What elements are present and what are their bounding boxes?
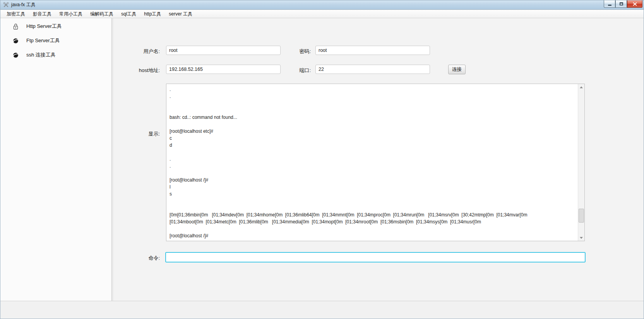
host-input[interactable] — [166, 65, 281, 74]
command-input[interactable] — [165, 252, 586, 262]
scroll-down-button[interactable] — [578, 235, 584, 241]
host-label: host地址: — [121, 67, 160, 74]
password-input[interactable] — [315, 46, 430, 55]
scroll-up-button[interactable] — [578, 84, 584, 90]
menu-item-sql-tools[interactable]: sql工具 — [117, 10, 140, 18]
ssh-tool-panel: 用户名: 密码: host地址: 端口: 连接 显示: . . bash: cd… — [113, 18, 644, 301]
sidebar-item-label: ssh 连接工具 — [26, 51, 56, 58]
display-label: 显示: — [132, 130, 160, 137]
lock-icon — [13, 23, 19, 30]
window-bottom-area — [0, 301, 644, 319]
menu-item-server-tools[interactable]: server 工具 — [165, 10, 196, 18]
menu-item-encrypt-tools[interactable]: 加密工具 — [3, 10, 29, 18]
minimize-icon — [608, 5, 611, 6]
connect-button[interactable]: 连接 — [448, 65, 466, 74]
window-title: java-fx 工具 — [11, 2, 36, 8]
close-icon — [633, 2, 637, 6]
port-label: 端口: — [287, 67, 311, 74]
command-label: 命令: — [132, 255, 160, 262]
menu-bar: 加密工具 影音工具 常用小工具 编解码工具 sql工具 http工具 serve… — [0, 10, 644, 18]
globe-icon — [13, 52, 19, 58]
terminal-output-text: . . bash: cd..: command not found... [ro… — [166, 84, 578, 241]
globe-icon — [13, 38, 19, 44]
arrow-down-icon — [580, 237, 583, 239]
sidebar-item-http-server[interactable]: Http Server工具 — [0, 22, 112, 31]
sidebar-item-label: Ftp Server工具 — [26, 37, 60, 44]
vertical-scrollbar[interactable] — [578, 84, 584, 241]
port-input[interactable] — [315, 65, 430, 74]
sidebar-item-label: Http Server工具 — [26, 23, 62, 30]
password-label: 密码: — [287, 48, 311, 55]
window-controls — [604, 0, 642, 8]
app-tools-icon — [3, 2, 9, 8]
terminal-output-area[interactable]: . . bash: cd..: command not found... [ro… — [166, 84, 585, 241]
menu-item-http-tools[interactable]: http工具 — [140, 10, 165, 18]
app-window: java-fx 工具 加密工具 影音工具 常用小工具 编解码工具 sql工具 h… — [0, 0, 644, 319]
username-input[interactable] — [166, 46, 281, 55]
minimize-button[interactable] — [604, 0, 615, 8]
maximize-button[interactable] — [615, 0, 627, 8]
sidebar-item-ftp-server[interactable]: Ftp Server工具 — [0, 36, 112, 45]
title-bar: java-fx 工具 — [0, 0, 644, 10]
arrow-up-icon — [580, 86, 583, 88]
sidebar-item-ssh-connect[interactable]: ssh 连接工具 — [0, 50, 112, 60]
sidebar: Http Server工具 Ftp Server工具 ssh 连接工具 — [0, 18, 112, 301]
maximize-icon — [620, 2, 623, 5]
menu-item-common-tools[interactable]: 常用小工具 — [55, 10, 86, 18]
scrollbar-thumb[interactable] — [579, 209, 584, 223]
menu-item-media-tools[interactable]: 影音工具 — [29, 10, 55, 18]
menu-item-codec-tools[interactable]: 编解码工具 — [86, 10, 117, 18]
username-label: 用户名: — [125, 48, 160, 55]
close-button[interactable] — [627, 0, 642, 8]
